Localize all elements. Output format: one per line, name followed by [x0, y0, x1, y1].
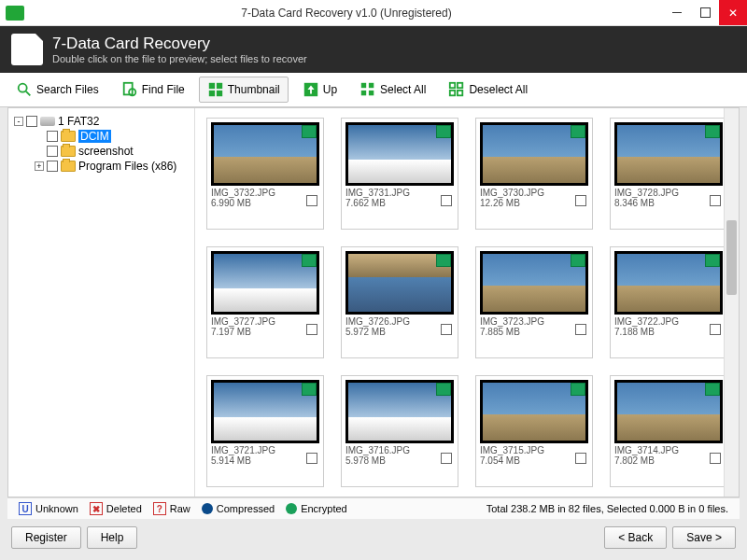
svg-rect-13 [450, 83, 455, 88]
save-button[interactable]: Save > [672, 526, 736, 549]
back-button[interactable]: < Back [604, 526, 667, 549]
tree-label: Program Files (x86) [78, 160, 176, 173]
file-checkbox[interactable] [710, 453, 721, 464]
svg-line-1 [26, 91, 31, 96]
thumbnail-image [345, 122, 454, 186]
thumbnail-item[interactable]: IMG_3731.JPG7.662 MB [341, 118, 458, 230]
sd-card-icon [11, 34, 43, 65]
thumbnail-item[interactable]: IMG_3728.JPG8.346 MB [610, 118, 727, 230]
thumbnail-image [211, 251, 319, 315]
tree-folder-row[interactable]: +Program Files (x86) [12, 159, 190, 174]
tree-checkbox[interactable] [47, 131, 58, 142]
file-name: IMG_3722.JPG [614, 316, 723, 327]
file-size: 7.054 MB [480, 455, 588, 466]
tree-folder-row[interactable]: screenshot [12, 144, 190, 159]
folder-tree: - 1 FAT32 DCIMscreenshot+Program Files (… [8, 108, 195, 497]
file-checkbox[interactable] [575, 195, 586, 206]
thumbnail-item[interactable]: IMG_3723.JPG7.885 MB [475, 246, 593, 358]
thumbnail-item[interactable]: IMG_3722.JPG7.188 MB [610, 246, 727, 358]
file-size: 7.802 MB [614, 455, 723, 466]
thumbnail-item[interactable]: IMG_3716.JPG5.978 MB [341, 375, 458, 487]
thumbnail-info: IMG_3730.JPG12.26 MB [480, 186, 588, 208]
file-type-badge [436, 125, 451, 138]
file-checkbox[interactable] [575, 453, 586, 464]
toolbar-label: Thumbnail [228, 83, 280, 96]
svg-rect-9 [361, 83, 366, 88]
thumbnail-item[interactable]: IMG_3726.JPG5.972 MB [341, 246, 458, 358]
thumbnail-item[interactable]: IMG_3715.JPG7.054 MB [475, 375, 593, 487]
thumbnail-item[interactable]: IMG_3721.JPG5.914 MB [206, 375, 324, 487]
file-name: IMG_3728.JPG [614, 188, 723, 198]
find-file-button[interactable]: Find File [113, 77, 193, 103]
tree-folder-row[interactable]: DCIM [12, 129, 190, 144]
close-button[interactable] [719, 0, 747, 25]
file-checkbox[interactable] [441, 195, 452, 206]
tree-drive-row[interactable]: - 1 FAT32 [12, 114, 190, 129]
file-checkbox[interactable] [710, 324, 721, 335]
tree-label: screenshot [78, 145, 134, 158]
tree-checkbox[interactable] [47, 161, 58, 172]
thumbnail-info: IMG_3716.JPG5.978 MB [345, 443, 454, 466]
thumbnail-grid: IMG_3732.JPG6.990 MBIMG_3731.JPG7.662 MB… [195, 108, 739, 497]
svg-rect-15 [450, 91, 455, 95]
deselect-all-button[interactable]: Deselect All [440, 77, 536, 103]
svg-rect-14 [458, 83, 462, 88]
thumbnail-button[interactable]: Thumbnail [199, 77, 289, 103]
status-text: Total 238.2 MB in 82 files, Selected 0.0… [486, 503, 728, 514]
tree-checkbox[interactable] [47, 146, 58, 157]
toolbar-label: Find File [142, 83, 185, 96]
legend-raw: ?Raw [153, 502, 190, 515]
thumbnail-item[interactable]: IMG_3732.JPG6.990 MB [206, 118, 324, 230]
minimize-button[interactable] [663, 0, 691, 25]
up-button[interactable]: Up [294, 77, 345, 103]
vertical-scrollbar[interactable] [724, 108, 739, 497]
thumbnail-info: IMG_3727.JPG7.197 MB [211, 315, 319, 337]
thumbnail-image [211, 122, 319, 186]
maximize-button[interactable] [691, 0, 719, 25]
select-all-button[interactable]: Select All [351, 77, 434, 103]
file-size: 7.197 MB [211, 327, 319, 337]
toolbar-label: Select All [380, 83, 426, 96]
collapse-icon[interactable]: - [14, 117, 23, 126]
svg-rect-7 [217, 91, 222, 96]
file-size: 5.978 MB [345, 455, 454, 466]
file-checkbox[interactable] [306, 324, 317, 335]
file-type-badge [302, 383, 317, 396]
thumbnail-item[interactable]: IMG_3727.JPG7.197 MB [206, 246, 324, 358]
thumbnail-pane: IMG_3732.JPG6.990 MBIMG_3731.JPG7.662 MB… [195, 108, 739, 497]
thumbnail-item[interactable]: IMG_3714.JPG7.802 MB [610, 375, 727, 487]
raw-icon: ? [153, 502, 166, 515]
file-checkbox[interactable] [441, 453, 452, 464]
svg-rect-12 [369, 91, 374, 95]
folder-icon [61, 131, 76, 142]
file-checkbox[interactable] [306, 195, 317, 206]
thumbnail-item[interactable]: IMG_3730.JPG12.26 MB [475, 118, 593, 230]
legend-bar: UUnknown ✖Deleted ?Raw Compressed Encryp… [7, 497, 740, 519]
thumbnail-image [345, 251, 454, 315]
file-name: IMG_3726.JPG [345, 316, 454, 327]
file-type-badge [302, 125, 317, 138]
search-files-button[interactable]: Search Files [7, 77, 107, 103]
file-size: 5.914 MB [211, 455, 319, 466]
file-checkbox[interactable] [575, 324, 586, 335]
file-name: IMG_3731.JPG [345, 188, 454, 198]
help-button[interactable]: Help [87, 526, 138, 549]
register-button[interactable]: Register [11, 526, 81, 549]
thumbnail-image [480, 380, 588, 443]
file-checkbox[interactable] [441, 324, 452, 335]
drive-icon [40, 117, 55, 126]
content-area: - 1 FAT32 DCIMscreenshot+Program Files (… [7, 107, 740, 497]
footer: Register Help < Back Save > [0, 519, 747, 556]
scrollbar-handle[interactable] [726, 220, 737, 295]
app-icon [6, 6, 24, 21]
tree-checkbox[interactable] [26, 116, 37, 127]
toolbar-label: Up [323, 83, 337, 96]
legend-unknown: UUnknown [19, 502, 78, 515]
folder-icon [61, 161, 76, 172]
expand-icon[interactable]: + [35, 161, 44, 171]
file-checkbox[interactable] [306, 453, 317, 464]
file-checkbox[interactable] [710, 195, 721, 206]
thumbnail-image [614, 380, 723, 443]
file-name: IMG_3727.JPG [211, 316, 319, 327]
legend-compressed: Compressed [202, 503, 275, 514]
